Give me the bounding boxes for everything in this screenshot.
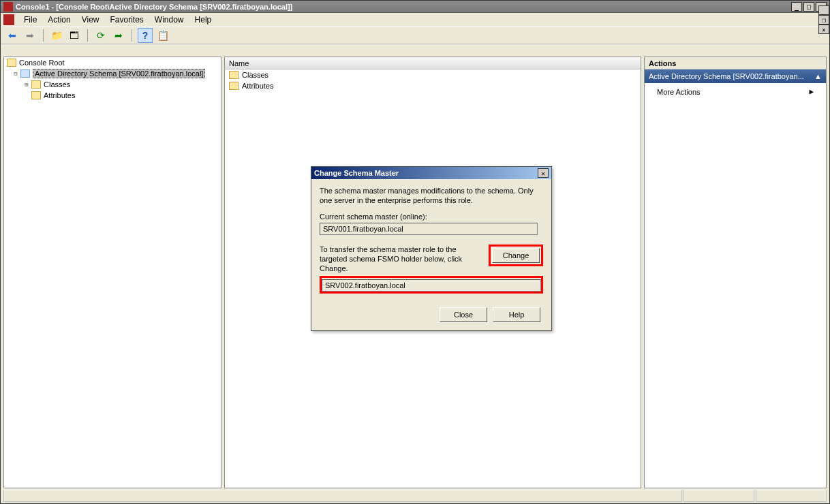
actions-title-label: Active Directory Schema [SRV002.firatboy… [649, 72, 804, 80]
list-item-label: Attributes [242, 82, 273, 90]
dialog-body: The schema master manages modifications … [311, 179, 551, 300]
minimize-button[interactable]: _ [791, 2, 802, 12]
menu-window[interactable]: Window [149, 13, 189, 27]
dialog-close-button[interactable]: ✕ [538, 168, 549, 178]
actions-pane: Actions Active Directory Schema [SRV002.… [644, 57, 827, 488]
tree-schema-label: Active Directory Schema [SRV002.firatboy… [33, 69, 205, 78]
tree-attributes[interactable]: Attributes [4, 90, 221, 101]
mdi-restore-button[interactable]: ❐ [818, 15, 829, 25]
export-button[interactable]: ➦ [111, 28, 126, 43]
up-button[interactable]: 📁 [49, 28, 64, 43]
actions-more-label: More Actions [657, 88, 701, 96]
target-master-field: SRV002.firatboyan.local [322, 279, 541, 292]
column-name[interactable]: Name [229, 59, 249, 67]
show-hide-tree-button[interactable]: 🗔 [67, 28, 82, 43]
close-button[interactable]: Close [440, 307, 487, 322]
statusbar [3, 490, 827, 502]
menu-view[interactable]: View [76, 13, 105, 27]
tree-classes[interactable]: ⊞ Classes [4, 79, 221, 90]
chevron-right-icon: ▶ [809, 87, 814, 96]
window-title: Console1 - [Console Root\Active Director… [16, 3, 791, 11]
dialog-titlebar[interactable]: Change Schema Master ✕ [311, 167, 551, 179]
folder-icon [7, 59, 16, 67]
tree-attributes-label: Attributes [44, 91, 75, 99]
status-cell [756, 490, 827, 502]
folder-icon [31, 91, 41, 99]
titlebar[interactable]: Console1 - [Console Root\Active Director… [1, 1, 829, 13]
tree-root[interactable]: Console Root [4, 57, 221, 68]
status-cell [3, 490, 682, 502]
tree-root-label: Console Root [19, 59, 65, 67]
app-menu-icon[interactable] [3, 14, 14, 25]
dialog-description: The schema master manages modifications … [320, 186, 543, 205]
help-button[interactable]: Help [493, 307, 540, 322]
list-item-label: Classes [242, 71, 268, 79]
dialog-buttons: Close Help [311, 300, 551, 330]
status-cell [683, 490, 754, 502]
menubar: File Action View Favorites Window Help _… [1, 13, 829, 27]
forward-button[interactable]: ➡ [22, 28, 37, 43]
dialog-title: Change Schema Master [314, 169, 399, 177]
mdi-close-button[interactable]: ✕ [818, 25, 829, 34]
menu-action[interactable]: Action [42, 13, 76, 27]
toolbar: ⬅ ➡ 📁 🗔 ⟳ ➦ ? 📋 [1, 27, 829, 44]
list-header[interactable]: Name [225, 57, 641, 69]
actions-header: Actions [645, 57, 826, 69]
tree-schema[interactable]: ⊟ Active Directory Schema [SRV002.firatb… [4, 68, 221, 79]
target-field-highlight: SRV002.firatboyan.local [320, 276, 543, 294]
menu-help[interactable]: Help [189, 13, 217, 27]
change-button[interactable]: Change [492, 248, 540, 263]
tree-classes-label: Classes [44, 80, 70, 89]
actions-more[interactable]: More Actions ▶ [645, 83, 826, 100]
schema-icon [20, 69, 30, 78]
folder-icon [229, 82, 239, 90]
help-button[interactable]: ? [138, 28, 153, 43]
change-schema-master-dialog: Change Schema Master ✕ The schema master… [311, 166, 552, 331]
folder-icon [31, 80, 41, 89]
collapse-arrow-icon: ▲ [814, 72, 822, 80]
expand-icon[interactable]: ⊞ [23, 81, 30, 88]
maximize-button[interactable]: □ [803, 2, 814, 12]
list-item[interactable]: Classes [225, 69, 641, 80]
transfer-text: To transfer the schema master role to th… [320, 245, 483, 273]
app-icon [3, 2, 13, 12]
actions-context-title[interactable]: Active Directory Schema [SRV002.firatboy… [645, 69, 826, 83]
current-master-label: Current schema master (online): [320, 212, 543, 221]
menu-favorites[interactable]: Favorites [105, 13, 149, 27]
properties-button[interactable]: 📋 [155, 28, 170, 43]
refresh-button[interactable]: ⟳ [93, 28, 108, 43]
menu-file[interactable]: File [18, 13, 42, 27]
tree-pane[interactable]: Console Root ⊟ Active Directory Schema [… [3, 57, 221, 488]
change-button-highlight: Change [489, 245, 543, 266]
back-button[interactable]: ⬅ [5, 28, 20, 43]
folder-icon [229, 71, 239, 79]
mdi-minimize-button[interactable]: _ [818, 5, 829, 15]
list-item[interactable]: Attributes [225, 80, 641, 91]
current-master-field: SRV001.firatboyan.local [320, 223, 538, 235]
collapse-icon[interactable]: ⊟ [12, 70, 19, 77]
